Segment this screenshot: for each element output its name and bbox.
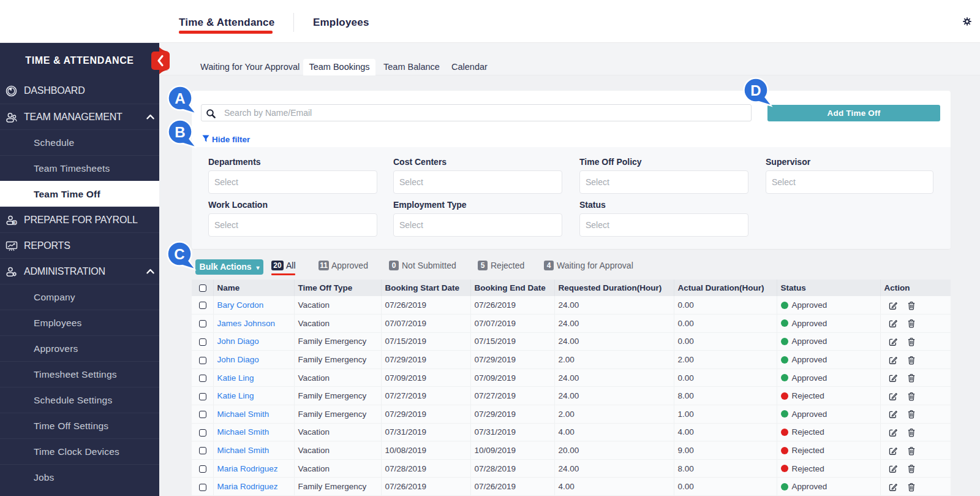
svg-text:C: C xyxy=(174,246,184,262)
svg-text:D: D xyxy=(750,82,761,99)
svg-text:A: A xyxy=(175,90,185,107)
svg-text:B: B xyxy=(175,124,185,140)
